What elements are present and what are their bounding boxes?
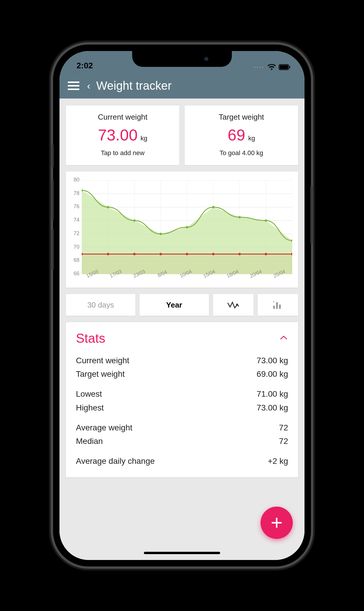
tab-line-chart-icon[interactable] <box>213 294 254 316</box>
stat-label: Current weight <box>76 354 129 367</box>
stat-row: Current weight 73.00 kg <box>76 354 288 367</box>
stat-value: 69.00 kg <box>257 367 288 381</box>
stat-row: Target weight 69.00 kg <box>76 367 288 381</box>
side-button <box>51 229 54 270</box>
chart-y-axis: 8078767472706866 <box>68 180 82 274</box>
phone-screen: 2:02 ‹ Weight tracker Current weight <box>59 51 305 560</box>
app-header: ‹ Weight tracker <box>59 73 305 99</box>
svg-rect-43 <box>279 305 281 309</box>
card-title: Target weight <box>188 113 295 122</box>
home-indicator[interactable] <box>144 552 220 554</box>
notch <box>132 51 232 67</box>
tab-year[interactable]: Year <box>140 294 209 316</box>
side-button <box>51 144 54 168</box>
svg-point-38 <box>265 253 267 255</box>
svg-point-33 <box>133 253 136 255</box>
stat-row: Highest 73.00 kg <box>76 401 288 415</box>
svg-point-22 <box>107 206 109 208</box>
svg-rect-1 <box>280 65 288 69</box>
menu-icon[interactable] <box>68 82 79 90</box>
stat-row: Lowest 71.00 kg <box>76 387 288 401</box>
svg-point-40 <box>236 304 238 306</box>
stat-value: 73.00 kg <box>257 354 288 367</box>
stat-label: Target weight <box>76 367 125 381</box>
range-tabs: 30 days Year <box>66 294 298 316</box>
svg-point-25 <box>186 226 188 228</box>
stat-row: Median 72 <box>76 435 288 448</box>
svg-point-27 <box>239 216 241 218</box>
phone-frame: 2:02 ‹ Weight tracker Current weight <box>53 45 311 566</box>
unit: kg <box>248 135 255 142</box>
stat-value: +2 kg <box>268 454 288 468</box>
chevron-up-icon[interactable] <box>279 335 288 342</box>
signal-icon <box>254 67 263 68</box>
current-weight-card[interactable]: Current weight 73.00 kg Tap to add new <box>66 106 179 165</box>
target-weight-card[interactable]: Target weight 69 kg To goal 4.00 kg <box>185 106 298 165</box>
stat-value: 72 <box>279 421 288 435</box>
chart-x-axis: 15/0317/0323/038/0410/0415/0418/0420/042… <box>68 276 292 282</box>
unit: kg <box>140 135 147 142</box>
stats-card: Stats Current weight 73.00 kg Target wei… <box>66 322 298 477</box>
wifi-icon <box>268 64 276 70</box>
battery-icon <box>279 64 290 70</box>
svg-point-35 <box>186 253 188 255</box>
status-icons <box>254 64 290 70</box>
current-weight-value: 73.00 <box>98 126 137 144</box>
chart-card[interactable]: 8078767472706866 15/0317/0323/038/0410/0… <box>66 172 298 288</box>
card-subtitle: To goal 4.00 kg <box>188 149 295 157</box>
svg-point-36 <box>212 253 215 255</box>
svg-rect-41 <box>273 306 275 309</box>
status-time: 2:02 <box>76 61 93 70</box>
svg-point-34 <box>159 253 162 255</box>
stat-value: 72 <box>279 435 288 448</box>
stat-label: Highest <box>76 401 104 415</box>
stat-value: 73.00 kg <box>257 401 288 415</box>
add-button[interactable] <box>261 507 293 539</box>
stat-value: 71.00 kg <box>257 387 288 401</box>
stats-title: Stats <box>76 331 105 346</box>
content: Current weight 73.00 kg Tap to add new T… <box>59 99 305 560</box>
stat-label: Average weight <box>76 421 132 435</box>
stat-row: Average daily change +2 kg <box>76 454 288 468</box>
card-title: Current weight <box>69 113 176 122</box>
side-button <box>51 179 54 220</box>
tab-30days[interactable]: 30 days <box>66 294 135 316</box>
back-icon[interactable]: ‹ <box>87 80 90 91</box>
stat-label: Lowest <box>76 387 102 401</box>
side-button <box>310 185 313 244</box>
svg-point-26 <box>212 206 215 208</box>
svg-point-44 <box>273 301 274 302</box>
svg-rect-42 <box>276 302 278 309</box>
svg-point-37 <box>239 253 241 255</box>
plus-icon <box>269 515 284 530</box>
weight-chart <box>82 180 292 274</box>
svg-rect-2 <box>289 66 290 68</box>
page-title: Weight tracker <box>96 79 171 92</box>
svg-point-23 <box>133 219 136 222</box>
stat-row: Average weight 72 <box>76 421 288 435</box>
svg-point-24 <box>159 233 162 235</box>
target-weight-value: 69 <box>228 126 245 144</box>
card-subtitle: Tap to add new <box>69 149 176 157</box>
stat-label: Average daily change <box>76 454 155 468</box>
svg-point-28 <box>265 219 267 222</box>
svg-point-32 <box>107 253 109 255</box>
stat-label: Median <box>76 435 103 448</box>
tab-bar-chart-icon[interactable] <box>258 294 298 316</box>
